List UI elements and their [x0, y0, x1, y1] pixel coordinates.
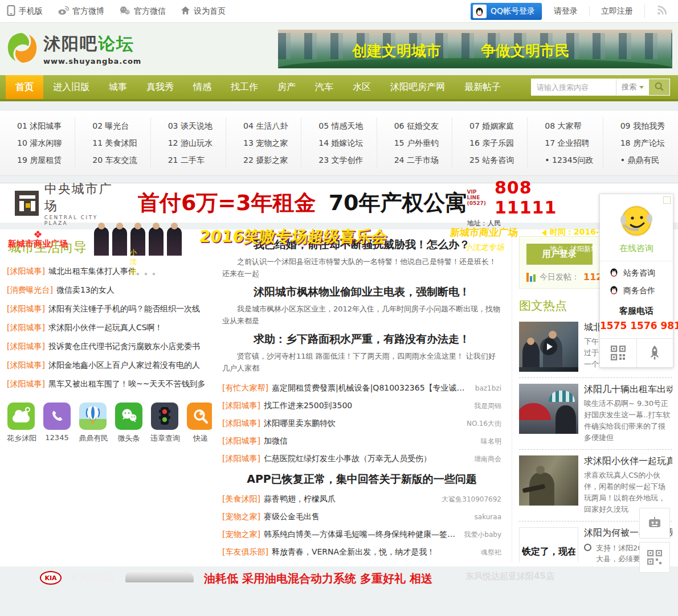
guide-list-item[interactable]: [沭阳城事]投诉黄仓庄代理书记贪污腐败东小店党委书 [7, 342, 200, 351]
app-label: 鼎鼎有民 [79, 433, 107, 443]
plaza-headline-black: 70年产权公寓 [329, 188, 467, 217]
post-row[interactable]: [车友俱乐部]品质先锋 东风标致301喜获J.D.POWER中型车质量第一咘咘宝… [222, 561, 501, 562]
radio-icon[interactable] [584, 544, 591, 551]
nav-item-water[interactable]: 水区 [343, 75, 381, 99]
category-link[interactable]: 20 车友交流 [92, 155, 137, 165]
set-homepage-link[interactable]: 设为首页 [181, 5, 226, 18]
qr-code-button[interactable] [600, 339, 636, 367]
category-link[interactable]: 12 游山玩水 [168, 138, 213, 147]
nav-item-jobs[interactable]: 找工作 [221, 75, 268, 99]
category-link[interactable]: 06 征婚交友 [394, 121, 439, 130]
category-link[interactable]: 24 二手市场 [394, 155, 439, 165]
search-input[interactable] [532, 79, 616, 95]
category-link[interactable]: 05 情感天地 [318, 121, 363, 130]
site-name: 沭阳吧 [43, 34, 98, 54]
category-link[interactable]: 16 亲子乐园 [469, 138, 514, 147]
app-weather[interactable]: 花乡沭阳 [7, 403, 35, 443]
category-link[interactable]: 03 谈天说地 [168, 121, 213, 130]
nav-item-emotion[interactable]: 情感 [183, 75, 221, 99]
guide-list-item[interactable]: [沭阳城事]沭阳金地鑫小区上百户人家过着没有电的人 [7, 360, 200, 369]
post-row[interactable]: [沭阳城事]仁慈医院红绿灯发生小事故（万幸无人员受伤）塘南商会 [222, 450, 501, 467]
nav-item-city[interactable]: 城事 [99, 75, 137, 99]
category-link[interactable]: 09 我拍我秀 [620, 121, 665, 130]
category-link[interactable]: 21 二手车 [168, 155, 205, 165]
app-wtoutiao[interactable]: 微头条 [115, 403, 142, 443]
post-row[interactable]: [宠物之家]赛级公金毛出售sakuraa [222, 508, 501, 525]
category-link[interactable]: 25 站务咨询 [469, 155, 514, 165]
official-wechat-link[interactable]: 官方微信 [119, 5, 166, 18]
category-link[interactable]: 08 大家帮 [545, 121, 581, 130]
category-link[interactable]: 17 企业招聘 [545, 138, 589, 147]
board-tag: [沭阳城事] [7, 360, 45, 369]
post-row[interactable]: [车友俱乐部]释放青春，VERNA全新出发，悦，纳才是我！魂祭祀 [222, 543, 501, 561]
qq-login-button[interactable]: QQ帐号登录 [471, 3, 542, 20]
category-link[interactable]: 14 婚嫁论坛 [318, 138, 363, 147]
post-row[interactable]: [有忙大家帮]嘉定開租赁费發票|机械设备|Q810032365【专业诚信】baz… [222, 379, 501, 397]
rss-icon[interactable] [644, 5, 671, 18]
hot-topic-thumbnail[interactable] [519, 384, 578, 434]
business-coop-qq[interactable]: 商务合作 [600, 279, 673, 297]
site-consult-qq[interactable]: 站务咨询 [600, 261, 673, 279]
app-dingding[interactable]: 鼎鼎有民 [79, 403, 107, 443]
hot-topic-thumbnail[interactable] [519, 455, 578, 506]
category-link[interactable]: 07 婚姻家庭 [469, 121, 514, 130]
app-express-tracking[interactable]: 快递 [187, 403, 212, 443]
guide-list-item[interactable]: [沭阳城事]求沭阳小伙伴一起玩真人CS啊！ [7, 323, 163, 332]
app-traffic-violation[interactable]: 违章查询 [150, 403, 179, 443]
nav-item-housing-site[interactable]: 沭阳吧房产网 [381, 75, 455, 99]
nav-item-home[interactable]: 首页 [6, 75, 43, 99]
nav-item-cars[interactable]: 汽车 [305, 75, 343, 99]
kia-ad-banner[interactable]: KIA K5混动版 油耗低 采用油电混合动力系统 多重好礼 相送 东风悦达起亚沭… [0, 566, 678, 586]
category-link[interactable]: 01 沭阳城事 [17, 121, 62, 130]
post-row[interactable]: [沭阳城事]找工作进来2500到3500我是周锦 [222, 397, 501, 414]
mobile-app-button[interactable] [639, 508, 670, 539]
category-link[interactable]: 10 灌水闲聊 [17, 138, 62, 147]
hot-topic-video-thumbnail[interactable] [519, 322, 578, 372]
guide-list-item[interactable]: [沭阳城事]城北出租车集体打人事件。。。 [7, 266, 160, 276]
featured-post-title[interactable]: 求助：乡下路面积水严重，有路没有办法走！ [222, 332, 501, 347]
hot-topic-text-thumbnail[interactable]: 铁定了，现在 431 保护视力色： [519, 527, 578, 562]
site-logo[interactable]: 沭阳吧论坛 www.shuyangba.com [6, 31, 141, 67]
mobile-version-link[interactable]: 手机版 [7, 5, 43, 18]
category-link[interactable]: 04 生活八卦 [243, 121, 288, 130]
category-link[interactable]: 15 户外垂钓 [394, 138, 439, 147]
nav-item-latest-posts[interactable]: 最新帖子 [455, 75, 510, 99]
post-row[interactable]: [沭阳城事]加微信味名明 [222, 432, 501, 450]
qr-code-button[interactable] [639, 542, 670, 573]
search-button[interactable] [649, 79, 669, 95]
post-row[interactable]: [宠物之家]韩系纯白博美—方体爆毛短嘴—终身保纯种健康—签合同我爱小baby [222, 525, 501, 543]
category-link[interactable]: • 鼎鼎有民 [620, 155, 660, 165]
magnifier-icon [187, 403, 212, 430]
app-12345-hotline[interactable]: 12345 [43, 403, 71, 443]
plaza-ad-banner[interactable]: 中央城市广场 CENTRAL CITY PLAZA 首付6万=3年租金 70年产… [0, 183, 678, 223]
category-link[interactable]: 02 曝光台 [92, 121, 129, 130]
search-type-dropdown[interactable]: 搜索 [616, 79, 649, 95]
official-weibo-link[interactable]: 官方微博 [58, 5, 104, 18]
register-link[interactable]: 立即注册 [589, 6, 644, 17]
guide-list-item[interactable]: [沭阳城事]沭阳有关注锤子手机的吗？能否组织一次线 [7, 304, 200, 313]
nav-item-old-version[interactable]: 进入旧版 [43, 75, 99, 99]
kia-dealer: 东风悦达起亚沭阳4S店 [465, 571, 554, 582]
header-banner-ad[interactable]: 创建文明城市 争做文明市民 [278, 30, 672, 68]
category-link[interactable]: • 12345问政 [545, 155, 593, 165]
login-link[interactable]: 请登录 [542, 6, 589, 17]
category-link[interactable]: 11 美食沭阳 [92, 138, 137, 147]
category-link[interactable]: 23 文学创作 [318, 155, 363, 165]
online-consult-label[interactable]: 在线咨询 [600, 241, 673, 261]
post-row[interactable]: [沭阳城事]沭阳哪里卖东鹏特饮NO.16大街 [222, 414, 501, 432]
category-link[interactable]: 18 房产论坛 [620, 138, 665, 147]
category-link[interactable]: 19 房屋租赁 [17, 155, 62, 165]
app-notice-title[interactable]: APP已恢复正常，集中回答关于新版的一些问题 [222, 472, 501, 487]
collapse-icon[interactable] [663, 196, 671, 204]
nav-item-realestate[interactable]: 房产 [268, 75, 305, 99]
category-link[interactable]: 13 宠物之家 [243, 138, 288, 147]
featured-post-title[interactable]: 沭阳城市枫林物业偷卸业主电表，强制断电！ [222, 285, 501, 299]
site-name-suffix: 论坛 [98, 34, 134, 54]
back-to-top-rocket-button[interactable] [636, 339, 673, 367]
nav-item-show[interactable]: 真我秀 [137, 75, 183, 99]
guide-list-item[interactable]: [消费曝光台]微信卖13的女人 [7, 285, 115, 294]
guide-list-item[interactable]: [沭阳城事]黑车又被出租车围了！唉~~天天不苦钱到多 [7, 379, 205, 388]
hot-topic-item[interactable]: 沭阳几十辆出租车出动 唉生活不易啊~ 9.30号正好国庆发生这一幕..打车软件确… [519, 378, 672, 450]
category-link[interactable]: 22 摄影之家 [243, 155, 288, 165]
post-row[interactable]: [美食沭阳]蒜香鸭翅，柠檬凤爪大鲨鱼310907692 [222, 490, 501, 508]
